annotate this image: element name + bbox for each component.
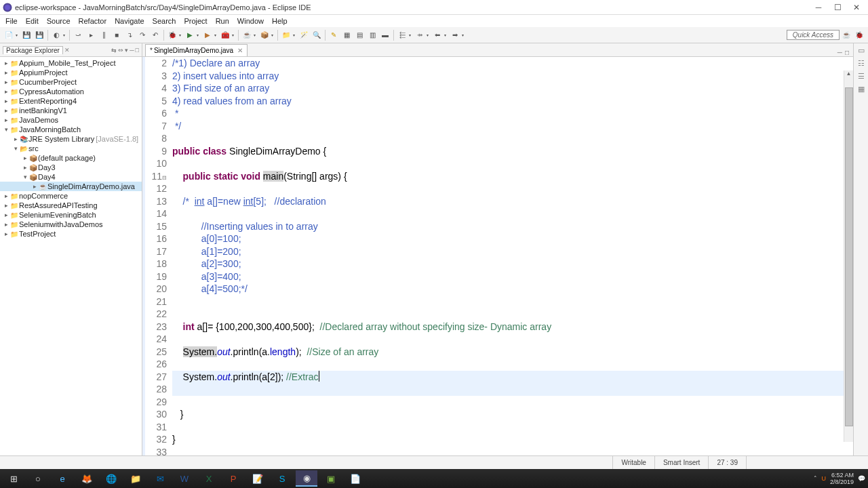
system-clock[interactable]: 6:52 AM 2/8/2019 [830,472,854,485]
word-icon[interactable]: W [174,470,195,487]
main-toolbar: 📄▾ 💾 💾 ◐▾ ⤻ ▸ ‖ ■ ↴ ↷ ↶ 🐞▾ ▶▾ ▶▾ 🧰▾ ☕▾ 📦… [0,27,868,43]
tray-up-icon[interactable]: ˄ [814,475,817,482]
vertical-scrollbar[interactable]: ▲ [844,70,853,442]
menu-file[interactable]: File [1,17,22,25]
restore-icon[interactable]: ▭ [858,46,865,55]
notification-icon[interactable]: 💬 [858,475,865,482]
menu-search[interactable]: Search [149,17,180,25]
save-icon[interactable]: 💾 [20,29,33,41]
debug-icon[interactable]: 🐞 [166,29,178,41]
menu-project[interactable]: Project [180,17,211,25]
step-over-icon[interactable]: ↷ [136,29,149,41]
open-type-icon[interactable]: ◐ [50,29,62,41]
menu-refactor[interactable]: Refactor [75,17,111,25]
app-icon[interactable]: ▣ [320,470,342,487]
eclipse-icon [3,3,12,12]
resume-icon[interactable]: ▸ [85,29,97,41]
outline-icon[interactable]: ☷ [858,59,865,68]
chrome-icon[interactable]: 🌐 [100,470,122,487]
tab-close-icon[interactable]: ✕ [237,47,243,54]
tree-active-file: ▸☕SingleDimArrayDemo.java [0,182,142,191]
dirty-indicator: * [150,47,153,54]
link-editor-icon[interactable]: ⇔ [118,47,123,54]
powerpoint-icon[interactable]: P [222,470,244,487]
wand-icon[interactable]: 🪄 [298,29,310,41]
editor-tab-active[interactable]: * SingleDimArrayDemo.java ✕ [145,44,248,56]
project-tree[interactable]: ▸📁Appium_Mobile_Test_Project ▸📁AppiumPro… [0,57,142,455]
quick-access[interactable]: Quick Access [787,30,840,40]
code-content[interactable]: /*1) Declare an array 2) insert values i… [172,57,853,455]
toggle-ws-icon[interactable]: ▥ [366,29,378,41]
menu-edit[interactable]: Edit [22,17,43,25]
toggle-mark-icon[interactable]: ✎ [328,29,340,41]
run-icon[interactable]: ▶ [184,29,196,41]
minimap-icon[interactable]: ▦ [858,85,865,94]
search-icon[interactable]: 🔍 [311,29,323,41]
menu-source[interactable]: Source [43,17,75,25]
menu-window[interactable]: Window [233,17,268,25]
code-editor[interactable]: 234567891011⊟121314151617181920212223242… [142,57,853,455]
back-icon[interactable]: ⬅ [431,29,443,41]
minimize-view-icon[interactable]: ─ [130,47,134,54]
tree-project: ▸📁TestProject [0,229,142,239]
ext-tools-icon[interactable]: 🧰 [219,29,231,41]
skype-icon[interactable]: S [271,470,293,487]
coverage-icon[interactable]: ▶ [201,29,214,41]
sticky-icon[interactable]: 📝 [247,470,269,487]
terminate-icon[interactable]: ■ [111,29,123,41]
new-icon[interactable]: 📄 [3,29,15,41]
tree-project: ▸📁inetBankingV1 [0,106,142,115]
notepad-icon[interactable]: 📄 [344,470,366,487]
package-explorer-tab[interactable]: Package Explorer [3,46,63,54]
save-all-icon[interactable]: 💾 [33,29,45,41]
tab-close-icon[interactable]: ✕ [64,47,70,54]
editor-pane: * SingleDimArrayDemo.java ✕ ─ □ 23456789… [142,43,853,455]
forward-icon[interactable]: ➡ [449,29,461,41]
tree-jre: ▸📚JRE System Library[JavaSE-1.8] [0,134,142,144]
explorer-icon[interactable]: 📁 [125,470,146,487]
maximize-button[interactable]: ☐ [829,1,846,14]
editor-minimize-icon[interactable]: ─ [837,49,842,56]
new-package-icon[interactable]: 📦 [258,29,271,41]
open-task-icon[interactable]: 📁 [280,29,292,41]
eclipse-task-icon[interactable]: ◉ [296,470,317,487]
toggle-block-icon[interactable]: ▦ [340,29,353,41]
debug-skip-icon[interactable]: ⤻ [72,29,84,41]
outlook-icon[interactable]: ✉ [149,470,171,487]
view-menu-icon[interactable]: ▾ [125,47,128,54]
step-return-icon[interactable]: ↶ [149,29,161,41]
windows-taskbar: ⊞ ○ e 🦊 🌐 📁 ✉ W X P 📝 S ◉ ▣ 📄 ˄ U 6:52 A… [0,469,868,488]
maximize-view-icon[interactable]: □ [136,47,139,54]
menu-help[interactable]: Help [268,17,292,25]
new-java-icon[interactable]: ☕ [241,29,253,41]
task-list-icon[interactable]: ☰ [858,72,865,81]
perspective-java-icon[interactable]: ☕ [840,29,852,41]
tree-project: ▸📁CypressAutomation [0,87,142,96]
step-into-icon[interactable]: ↴ [123,29,136,41]
prev-edit-icon[interactable]: ⬱ [396,29,408,41]
status-insert: Smart Insert [654,456,708,469]
tree-src: ▾📂src [0,144,142,153]
perspective-debug-icon[interactable]: 🐞 [853,29,865,41]
tray-app-icon[interactable]: U [821,475,826,482]
collapse-all-icon[interactable]: ⇆ [111,47,117,54]
cortana-icon[interactable]: ○ [27,470,49,487]
firefox-icon[interactable]: 🦊 [76,470,98,487]
menu-run[interactable]: Run [212,17,233,25]
editor-maximize-icon[interactable]: □ [845,49,849,56]
suspend-icon[interactable]: ‖ [98,29,110,41]
status-writable: Writable [612,456,654,469]
next-edit-icon[interactable]: ⤀ [414,29,426,41]
toggle-bc-icon[interactable]: ▬ [379,29,391,41]
close-button[interactable]: ✕ [848,1,865,14]
minimize-button[interactable]: ─ [810,1,827,14]
window-title: eclipse-workspace - JavaMorningBatch/src… [15,3,810,12]
start-button[interactable]: ⊞ [3,470,24,487]
tree-project: ▸📁nopCommerce [0,191,142,201]
tree-project-expanded: ▾📁JavaMorningBatch [0,125,142,134]
tab-label: SingleDimArrayDemo.java [154,47,233,54]
toggle-word-icon[interactable]: ▤ [353,29,366,41]
edge-icon[interactable]: e [52,470,73,487]
excel-icon[interactable]: X [198,470,220,487]
menu-navigate[interactable]: Navigate [111,17,148,25]
